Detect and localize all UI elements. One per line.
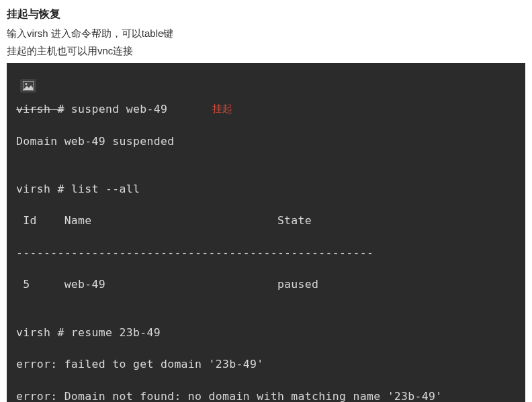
term-line-1: virsh # suspend web-49挂起 [16,101,519,117]
term-line-9: virsh # resume 23b-49 [16,325,519,341]
section-heading: 挂起与恢复 [7,5,525,23]
annotation-suspend: 挂起 [212,101,232,116]
term-prompt-struck: virsh # [16,103,64,115]
svg-point-1 [26,83,28,85]
image-icon [20,79,36,93]
term-line-4: virsh # list --all [16,181,519,197]
term-line-11: error: Domain not found: no domain with … [16,389,519,402]
term-line-2: Domain web-49 suspended [16,134,519,150]
term-line-6: ----------------------------------------… [16,245,519,261]
term-line-7: 5 web-49 paused [16,277,519,293]
description-line-2: 挂起的主机也可以用vnc连接 [7,43,525,59]
term-cmd-suspend: suspend web-49 [64,103,168,115]
article-section: 挂起与恢复 输入virsh 进入命令帮助，可以table键 挂起的主机也可以用v… [0,0,532,402]
description-line-1: 输入virsh 进入命令帮助，可以table键 [7,26,525,42]
terminal-screenshot: virsh # suspend web-49挂起 Domain web-49 s… [7,63,525,402]
term-line-5: Id Name State [16,213,519,229]
term-line-10: error: failed to get domain '23b-49' [16,356,519,372]
